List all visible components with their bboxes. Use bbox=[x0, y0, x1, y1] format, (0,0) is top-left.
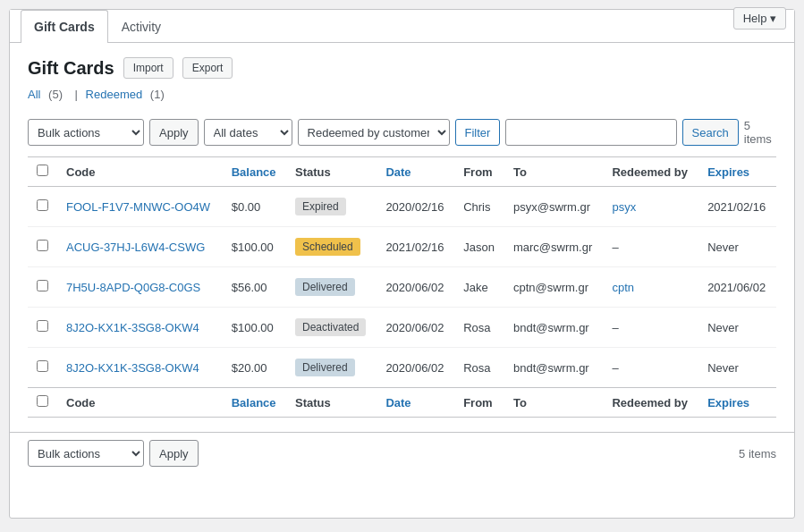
row-redeemed-by: – bbox=[603, 227, 698, 267]
row-checkbox-cell bbox=[28, 187, 57, 227]
row-redeemed-by: – bbox=[603, 308, 698, 348]
bottom-left: Bulk actions Delete Apply bbox=[28, 440, 199, 467]
row-checkbox[interactable] bbox=[37, 320, 48, 332]
bottom-toolbar: Bulk actions Delete Apply 5 items bbox=[10, 432, 794, 474]
date-select[interactable]: All dates Today This week This month bbox=[204, 119, 292, 146]
redeemed-by-value: – bbox=[612, 321, 618, 334]
gift-cards-table: Code Balance Status Date From To Redeeme… bbox=[28, 156, 776, 418]
help-button[interactable]: Help ▾ bbox=[733, 7, 786, 30]
table-row: 8J2O-KX1K-3SG8-OKW4 $20.00 Delivered 202… bbox=[28, 348, 776, 388]
row-expires: 2021/02/16 bbox=[698, 187, 776, 227]
table-row: 7H5U-8APD-Q0G8-C0GS $56.00 Delivered 202… bbox=[28, 267, 776, 308]
row-code: FOOL-F1V7-MNWC-OO4W bbox=[57, 187, 223, 227]
select-all-checkbox-footer[interactable] bbox=[37, 395, 48, 407]
status-badge: Expired bbox=[295, 198, 346, 215]
code-link[interactable]: 8J2O-KX1K-3SG8-OKW4 bbox=[66, 321, 199, 334]
row-to: bndt@swrm.gr bbox=[504, 348, 604, 388]
row-checkbox[interactable] bbox=[37, 240, 48, 251]
row-code: 8J2O-KX1K-3SG8-OKW4 bbox=[57, 308, 223, 348]
row-checkbox-cell bbox=[28, 348, 57, 388]
table-header-row: Code Balance Status Date From To Redeeme… bbox=[28, 157, 776, 187]
row-redeemed-by: – bbox=[603, 348, 698, 388]
tab-activity[interactable]: Activity bbox=[108, 10, 174, 43]
row-expires: 2021/06/02 bbox=[698, 267, 776, 308]
bottom-apply-button[interactable]: Apply bbox=[149, 440, 199, 467]
search-input[interactable] bbox=[505, 119, 676, 146]
col-redeemed-by: Redeemed by bbox=[603, 157, 698, 187]
code-link[interactable]: 7H5U-8APD-Q0G8-C0GS bbox=[66, 281, 200, 294]
bulk-actions-select[interactable]: Bulk actions Delete bbox=[28, 119, 144, 146]
row-to: bndt@swrm.gr bbox=[504, 308, 604, 348]
table-row: ACUG-37HJ-L6W4-CSWG $100.00 Scheduled 20… bbox=[28, 227, 776, 267]
row-status: Delivered bbox=[286, 267, 377, 308]
row-redeemed-by: cptn bbox=[603, 267, 698, 308]
row-code: ACUG-37HJ-L6W4-CSWG bbox=[57, 227, 223, 267]
row-balance: $100.00 bbox=[223, 227, 286, 267]
row-code: 7H5U-8APD-Q0G8-C0GS bbox=[57, 267, 223, 308]
row-balance: $100.00 bbox=[223, 308, 286, 348]
search-area: Search 5 items bbox=[505, 119, 779, 146]
col-expires[interactable]: Expires bbox=[698, 157, 776, 187]
row-from: Jake bbox=[454, 267, 504, 308]
row-checkbox[interactable] bbox=[37, 360, 48, 372]
redeemed-by-link[interactable]: cptn bbox=[612, 281, 634, 294]
col-balance-footer[interactable]: Balance bbox=[223, 388, 286, 418]
row-expires: Never bbox=[698, 348, 776, 388]
col-from: From bbox=[454, 157, 504, 187]
row-date: 2020/06/02 bbox=[377, 267, 454, 308]
import-button[interactable]: Import bbox=[123, 57, 173, 79]
col-date[interactable]: Date bbox=[377, 157, 454, 187]
col-from-footer: From bbox=[454, 388, 504, 418]
col-balance[interactable]: Balance bbox=[223, 157, 286, 187]
row-checkbox[interactable] bbox=[37, 280, 48, 291]
code-link[interactable]: FOOL-F1V7-MNWC-OO4W bbox=[66, 200, 210, 214]
row-expires: Never bbox=[698, 227, 776, 267]
select-all-col-footer bbox=[28, 388, 57, 418]
filter-redeemed-link[interactable]: Redeemed bbox=[86, 88, 143, 101]
code-link[interactable]: ACUG-37HJ-L6W4-CSWG bbox=[66, 241, 205, 254]
redeemed-by-link[interactable]: psyx bbox=[612, 200, 636, 214]
status-badge: Delivered bbox=[295, 278, 355, 296]
select-all-col bbox=[28, 157, 57, 187]
bottom-bulk-actions-select[interactable]: Bulk actions Delete bbox=[28, 440, 144, 467]
row-status: Deactivated bbox=[286, 308, 377, 348]
row-code: 8J2O-KX1K-3SG8-OKW4 bbox=[57, 348, 223, 388]
apply-button[interactable]: Apply bbox=[149, 119, 199, 146]
table-row: FOOL-F1V7-MNWC-OO4W $0.00 Expired 2020/0… bbox=[28, 187, 776, 227]
row-redeemed-by: psyx bbox=[603, 187, 698, 227]
filter-all-link[interactable]: All bbox=[28, 88, 40, 101]
status-badge: Deactivated bbox=[295, 318, 366, 336]
table-row: 8J2O-KX1K-3SG8-OKW4 $100.00 Deactivated … bbox=[28, 308, 776, 348]
row-to: cptn@swrm.gr bbox=[504, 267, 604, 308]
row-checkbox-cell bbox=[28, 308, 57, 348]
row-balance: $20.00 bbox=[223, 348, 286, 388]
col-to-footer: To bbox=[504, 388, 604, 418]
col-to: To bbox=[504, 157, 604, 187]
col-date-footer[interactable]: Date bbox=[377, 388, 454, 418]
status-badge: Delivered bbox=[295, 359, 355, 376]
code-link[interactable]: 8J2O-KX1K-3SG8-OKW4 bbox=[66, 361, 199, 375]
customer-filter-select[interactable]: Redeemed by customer... bbox=[298, 119, 450, 146]
col-expires-footer[interactable]: Expires bbox=[698, 388, 776, 418]
filter-links: All (5) | Redeemed (1) bbox=[28, 88, 776, 101]
filter-separator: | bbox=[75, 88, 81, 101]
filter-button[interactable]: Filter bbox=[455, 119, 501, 146]
row-from: Chris bbox=[454, 187, 504, 227]
items-count: 5 items bbox=[744, 119, 780, 146]
col-redeemed-by-footer: Redeemed by bbox=[603, 388, 698, 418]
row-from: Rosa bbox=[454, 348, 504, 388]
row-checkbox-cell bbox=[28, 227, 57, 267]
bottom-items-count: 5 items bbox=[739, 447, 776, 460]
tab-gift-cards[interactable]: Gift Cards bbox=[21, 10, 108, 43]
col-status: Status bbox=[286, 157, 377, 187]
search-button[interactable]: Search bbox=[682, 119, 739, 146]
row-status: Delivered bbox=[286, 348, 377, 388]
export-button[interactable]: Export bbox=[182, 57, 233, 79]
row-date: 2021/02/16 bbox=[377, 227, 454, 267]
row-balance: $56.00 bbox=[223, 267, 286, 308]
tabs-bar: Gift Cards Activity bbox=[10, 10, 794, 43]
select-all-checkbox[interactable] bbox=[37, 165, 48, 176]
redeemed-by-value: – bbox=[612, 241, 618, 254]
col-code-footer: Code bbox=[57, 388, 223, 418]
row-checkbox[interactable] bbox=[37, 199, 48, 211]
